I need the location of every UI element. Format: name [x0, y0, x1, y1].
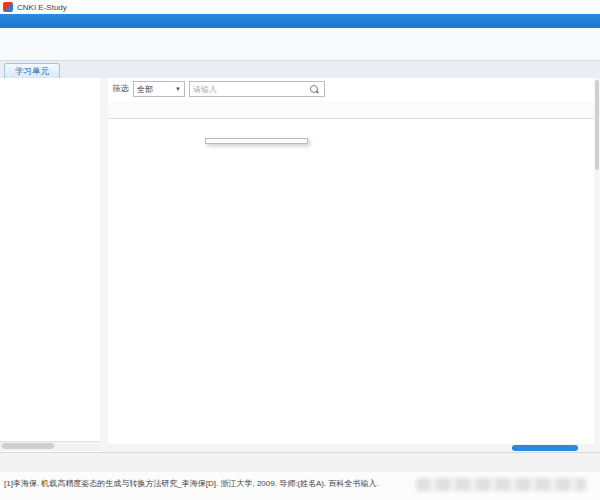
filter-dropdown[interactable]: 全部 ▼ [133, 81, 185, 97]
filter-dropdown-value: 全部 [137, 84, 153, 95]
search-icon[interactable] [310, 85, 318, 93]
table-vertical-scrollbar[interactable] [594, 78, 600, 452]
search-placeholder: 请输入 [193, 84, 217, 95]
app-logo-icon [3, 2, 13, 12]
document-list-panel: 筛选 全部 ▼ 请输入 [108, 78, 600, 452]
citation-text: [1]李海保. 机载高精度姿态的生成与转换方法研究_李海保[D]. 浙江大学, … [4, 479, 379, 488]
status-bar: [1]李海保. 机载高精度姿态的生成与转换方法研究_李海保[D]. 浙江大学, … [0, 472, 600, 500]
scrollbar-thumb[interactable] [595, 80, 599, 170]
table-body [108, 118, 600, 444]
toolbar [0, 28, 600, 61]
app-window: CNKI E-Study 学习单元 筛选 全部 ▼ 请输入 [0, 0, 600, 500]
table-header [108, 102, 600, 119]
filter-label: 筛选 [112, 83, 129, 95]
app-title: CNKI E-Study [17, 3, 67, 12]
title-bar: CNKI E-Study [0, 0, 600, 15]
detail-tab-bar [0, 452, 600, 472]
unit-tab-strip: 学习单元 [0, 61, 600, 79]
menu-bar [0, 14, 600, 28]
chevron-down-icon: ▼ [175, 86, 181, 92]
filter-row: 筛选 全部 ▼ 请输入 [108, 78, 600, 100]
sidebar-horizontal-scrollbar[interactable] [0, 441, 100, 451]
search-input[interactable]: 请输入 [189, 81, 325, 97]
scrollbar-thumb[interactable] [512, 445, 578, 451]
tab-learning-unit[interactable]: 学习单元 [4, 63, 60, 79]
table-horizontal-scrollbar[interactable] [108, 444, 594, 452]
sidebar-tree [0, 78, 101, 452]
blurred-watermark [416, 478, 586, 491]
scrollbar-thumb[interactable] [2, 443, 54, 449]
context-menu [205, 138, 308, 144]
